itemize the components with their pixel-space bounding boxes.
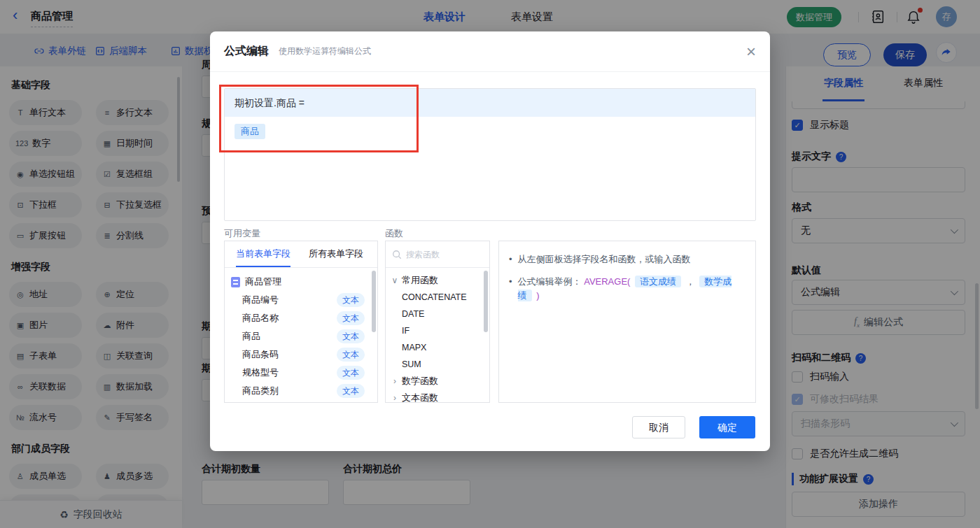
function-item[interactable]: MAPX — [386, 339, 489, 356]
tips-panel: • 从左侧面板选择字段名和函数，或输入函数 • 公式编辑举例： AVERAGE(… — [498, 241, 756, 403]
formula-field-tag[interactable]: 商品 — [234, 124, 265, 139]
formula-editor[interactable]: 期初设置.商品 = 商品 — [224, 88, 756, 221]
variable-field-name: 商品名称 — [242, 312, 279, 324]
function-item[interactable]: SUM — [386, 356, 489, 373]
tip-comma: ， — [686, 276, 695, 287]
variable-field-name: 商品编号 — [242, 294, 279, 306]
tip-example-prefix: 公式编辑举例： — [518, 276, 582, 287]
chevron-collapsed-icon: › — [391, 376, 398, 386]
variable-field-item[interactable]: 商品类别 文本 — [225, 382, 377, 400]
confirm-button[interactable]: 确定 — [699, 416, 755, 438]
variable-field-name: 商品 — [242, 330, 260, 343]
variable-field-item[interactable]: 规格型号 文本 — [225, 364, 377, 382]
variables-tree: 商品管理 商品编号 文本 商品名称 文本 — [225, 268, 377, 400]
function-group-label: 数学函数 — [402, 375, 438, 387]
variable-field-type-badge: 文本 — [337, 366, 365, 380]
variables-tree-root[interactable]: 商品管理 — [225, 273, 377, 291]
tip-text: 公式编辑举例： AVERAGE( 语文成绩 ， 数学成绩 ) — [518, 275, 746, 303]
variables-panel: 当前表单字段 所有表单字段 商品管理 商品编号 文本 — [224, 241, 378, 403]
tip-line-1: • 从左侧面板选择字段名和函数，或输入函数 — [509, 252, 746, 266]
functions-label: 函数 — [385, 227, 403, 240]
form-icon — [231, 277, 240, 287]
tip-line-2: • 公式编辑举例： AVERAGE( 语文成绩 ， 数学成绩 ) — [509, 275, 746, 303]
tab-current-form-fields[interactable]: 当前表单字段 — [236, 241, 290, 267]
modal-subtitle: 使用数学运算符编辑公式 — [279, 45, 371, 57]
close-icon[interactable]: × — [746, 43, 756, 60]
tip-field-tag: 语文成绩 — [635, 276, 681, 287]
variables-scrollbar[interactable] — [372, 271, 376, 332]
tip-function-open: AVERAGE( — [584, 276, 630, 287]
search-icon — [392, 250, 402, 259]
function-item[interactable]: CONCATENATE — [386, 289, 489, 306]
chevron-collapsed-icon: › — [391, 393, 398, 403]
variables-field-list: 商品编号 文本 商品名称 文本 商品 文本 — [225, 291, 377, 400]
variables-label: 可用变量 — [224, 227, 260, 240]
modal-header: 公式编辑 使用数学运算符编辑公式 × — [210, 31, 770, 72]
formula-edit-modal: 公式编辑 使用数学运算符编辑公式 × 期初设置.商品 = 商品 可用变量 函数 … — [210, 31, 770, 451]
variable-field-item[interactable]: 商品名称 文本 — [225, 309, 377, 327]
tab-all-form-fields[interactable]: 所有表单字段 — [309, 241, 363, 267]
variable-field-name: 商品条码 — [242, 348, 279, 361]
variable-field-item[interactable]: 商品 文本 — [225, 327, 377, 345]
function-search-input[interactable] — [406, 250, 476, 259]
functions-tree: ∨ 常用函数 CONCATENATE DATE IF MAPX SUM — [386, 268, 489, 403]
tip-function-close: ) — [536, 290, 539, 301]
variables-tabs: 当前表单字段 所有表单字段 — [225, 241, 377, 268]
function-item[interactable]: DATE — [386, 306, 489, 322]
modal-title: 公式编辑 — [224, 44, 269, 59]
variables-root-label: 商品管理 — [245, 276, 281, 288]
variable-field-item[interactable]: 商品条码 文本 — [225, 345, 377, 364]
function-group-label: 文本函数 — [402, 392, 438, 403]
function-group-common[interactable]: ∨ 常用函数 — [386, 272, 489, 289]
variable-field-type-badge: 文本 — [337, 329, 365, 343]
functions-panel: ∨ 常用函数 CONCATENATE DATE IF MAPX SUM — [385, 241, 490, 403]
variable-field-type-badge: 文本 — [337, 293, 365, 307]
variable-field-type-badge: 文本 — [337, 348, 365, 362]
variable-field-type-badge: 文本 — [337, 311, 365, 325]
chevron-expanded-icon: ∨ — [391, 276, 398, 285]
bullet: • — [509, 252, 512, 266]
function-list: CONCATENATE DATE IF MAPX SUM — [386, 289, 489, 373]
functions-scrollbar[interactable] — [484, 271, 488, 332]
variable-field-name: 规格型号 — [242, 366, 279, 379]
bullet: • — [509, 275, 512, 303]
variable-field-type-badge: 文本 — [337, 384, 365, 398]
function-group-label: 常用函数 — [402, 274, 438, 287]
function-item[interactable]: IF — [386, 322, 489, 339]
screen: ‹ 商品管理 表单设计 表单设置 数据管理 存 表单外链 — [0, 0, 980, 528]
function-group-text[interactable]: › 文本函数 — [386, 390, 489, 403]
function-search — [386, 241, 489, 268]
tip-text: 从左侧面板选择字段名和函数，或输入函数 — [518, 252, 691, 266]
formula-lhs: 期初设置.商品 = — [225, 89, 755, 117]
variable-field-name: 商品类别 — [242, 385, 279, 397]
function-group-math[interactable]: › 数学函数 — [386, 373, 489, 390]
variable-field-item[interactable]: 商品编号 文本 — [225, 291, 377, 309]
cancel-button[interactable]: 取消 — [632, 416, 685, 438]
